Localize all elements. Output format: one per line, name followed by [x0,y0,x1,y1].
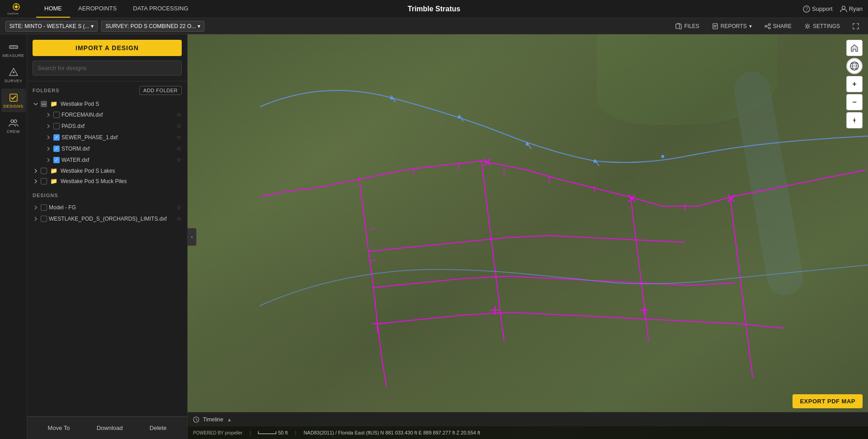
sewer-label: SEWER_PHASE_1.dxf [61,134,175,141]
scale-bar: 50 ft [258,430,288,435]
site-selector[interactable]: SITE: MINTO - WESTLAKE S (... ▾ [5,21,98,32]
main-area: MEASURE SURVEY DESIGNS CREW IMPORT A DES… [0,34,868,439]
storm-checkbox[interactable] [53,146,60,152]
sidebar-measure[interactable]: MEASURE [1,38,26,61]
westlake-limits-star-icon[interactable]: ☆ [176,215,182,222]
svg-text:?: ? [806,7,808,12]
sidebar-survey[interactable]: SURVEY [1,63,26,87]
westlake-limits-checkbox[interactable] [41,216,47,222]
forcemain-checkbox[interactable] [53,112,60,118]
compass-button[interactable] [846,112,863,128]
delete-button[interactable]: Delete [142,422,174,434]
pads-checkbox[interactable] [53,123,60,129]
folder-chevron-right-icon [33,168,39,174]
nav-home[interactable]: HOME [36,0,70,18]
home-icon [850,44,859,52]
sewer-checkbox[interactable] [53,134,60,141]
folder-icon-1: 📁 [50,100,57,107]
forcemain-label: FORCEMAIN.dxf [61,112,175,118]
share-icon [764,23,771,29]
folder-name-3: Westlake Pod S Muck Piles [61,178,182,184]
file-storm[interactable]: STORM.dxf ☆ [36,143,184,154]
site-label: SITE: MINTO - WESTLAKE S (... [9,23,89,29]
folder-chevron-down-icon [33,101,39,107]
reports-button[interactable]: REPORTS ▾ [708,21,755,31]
storm-star-icon[interactable]: ☆ [176,145,182,152]
file-sewer[interactable]: SEWER_PHASE_1.dxf ☆ [36,132,184,143]
share-label: SHARE [773,23,792,29]
zoom-out-button[interactable]: − [846,94,863,110]
file-chevron-right-icon-2 [45,123,52,129]
search-input[interactable] [33,61,182,76]
folder-westlake-lakes[interactable]: 📁 Westlake Pod S Lakes [31,165,184,176]
sidebar-designs[interactable]: DESIGNS [1,89,26,112]
folder-westlake-pod-s[interactable]: — 📁 Westlake Pod S [31,99,184,109]
scale-label: 50 ft [278,430,288,435]
water-star-icon[interactable]: ☆ [176,156,182,163]
reports-label: REPORTS [721,23,747,29]
status-divider: | [250,430,251,435]
user-icon [840,5,847,13]
design-panel: IMPORT A DESIGN FOLDERS ADD FOLDER — 📁 W… [27,34,188,439]
sidebar-crew[interactable]: CREW [1,114,26,137]
globe-button[interactable] [846,58,863,74]
help-icon: ? [803,5,810,13]
import-design-button[interactable]: IMPORT A DESIGN [33,40,182,56]
file-forcemain[interactable]: FORCEMAIN.dxf ☆ [36,109,184,120]
left-sidebar: MEASURE SURVEY DESIGNS CREW [0,34,27,439]
folders-section-header: FOLDERS ADD FOLDER [31,86,184,95]
pads-label: PADS.dxf [61,123,175,129]
download-button[interactable]: Download [90,422,130,434]
designs-icon [9,93,19,103]
scale-line [258,431,276,434]
site-chevron-icon: ▾ [91,23,94,29]
file-pads[interactable]: PADS.dxf ☆ [36,120,184,132]
support-link[interactable]: ? Support [803,5,833,13]
app-title: Trimble Stratus [408,5,460,13]
muck-checkbox[interactable] [41,178,47,184]
lakes-checkbox[interactable] [41,168,47,174]
folder-checkbox[interactable]: — [41,101,47,107]
model-fg-star-icon[interactable]: ☆ [176,204,182,211]
home-button[interactable] [846,40,863,56]
nav-aeropoints[interactable]: AEROPOINTS [70,0,125,18]
crew-label: CREW [7,129,20,134]
files-icon [675,23,682,29]
model-fg-checkbox[interactable] [41,204,47,211]
top-nav: GeoPoint HOME AEROPOINTS DATA PROCESSING… [0,0,868,18]
folder-westlake-muck[interactable]: 📁 Westlake Pod S Muck Piles [31,176,184,186]
collapse-panel-button[interactable]: ‹ [188,228,197,246]
user-menu[interactable]: Ryan [840,5,863,13]
propeller-logo: POWERED BY propeller [193,430,242,435]
settings-icon [804,23,811,29]
share-button[interactable]: SHARE [761,21,795,31]
timeline-label[interactable]: Timeline [203,416,223,423]
add-folder-button[interactable]: ADD FOLDER [139,86,182,95]
file-water[interactable]: WATER.dxf ☆ [36,154,184,165]
move-to-button[interactable]: Move To [41,422,77,434]
forcemain-star-icon[interactable]: ☆ [176,111,182,118]
water-checkbox[interactable] [53,157,60,163]
design-model-fg[interactable]: Model - FG ☆ [31,202,184,213]
svg-point-67 [854,119,855,121]
support-label: Support [812,5,833,12]
export-pdf-button[interactable]: EXPORT PDF MAP [793,394,863,408]
survey-selector[interactable]: SURVEY: POD S COMBINED 22 O... ▾ [101,21,204,32]
storm-label: STORM.dxf [61,146,175,152]
folders-title: FOLDERS [33,88,60,93]
nav-data-processing[interactable]: DATA PROCESSING [125,0,196,18]
pads-star-icon[interactable]: ☆ [176,123,182,129]
design-westlake-limits[interactable]: WESTLAKE_POD_S_(ORCHARDS)_LIMITS.dxf ☆ [31,213,184,224]
compass-icon [850,116,859,124]
timeline-chevron-icon: ▲ [227,417,232,422]
settings-button[interactable]: SETTINGS [801,21,844,31]
fullscreen-button[interactable] [849,21,863,31]
files-button[interactable]: FILES [672,21,703,31]
zoom-in-button[interactable]: + [846,76,863,92]
second-nav-right: FILES REPORTS ▾ SHARE SETTINGS [672,21,863,31]
file-chevron-right-icon-4 [45,146,52,152]
svg-line-17 [767,25,769,26]
sewer-star-icon[interactable]: ☆ [176,134,182,141]
map-area[interactable]: ‹ + − EXPORT PDF MAP Timeline ▲ [188,34,868,439]
globe-icon [849,61,859,71]
